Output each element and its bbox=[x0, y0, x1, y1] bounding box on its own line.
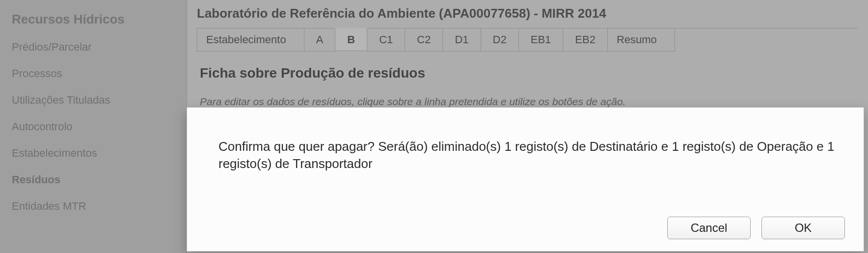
section-heading: Ficha sobre Produção de resíduos bbox=[200, 65, 855, 81]
sidebar-item-label: Estabelecimentos bbox=[12, 147, 97, 159]
sidebar-item-label: Autocontrolo bbox=[12, 120, 73, 133]
sidebar-item-autocontrolo[interactable]: Autocontrolo bbox=[0, 113, 187, 140]
tab-resumo[interactable]: Resumo bbox=[607, 28, 675, 52]
tab-label: Estabelecimento bbox=[206, 33, 286, 46]
sidebar-item-label: Processos bbox=[12, 67, 62, 80]
tab-label: EB2 bbox=[575, 33, 596, 46]
tab-d2[interactable]: D2 bbox=[481, 28, 519, 52]
tab-d1[interactable]: D1 bbox=[442, 28, 481, 52]
tab-b[interactable]: B bbox=[335, 28, 367, 51]
confirm-dialog: Confirma que quer apagar? Será(ão) elimi… bbox=[187, 107, 864, 252]
sidebar-item-recursos-hidricos[interactable]: Recursos Hídricos bbox=[0, 8, 187, 34]
sidebar-item-processos[interactable]: Processos bbox=[0, 60, 187, 87]
ok-button[interactable]: OK bbox=[761, 217, 845, 239]
tab-c2[interactable]: C2 bbox=[405, 28, 443, 52]
dialog-message: Confirma que quer apagar? Será(ão) elimi… bbox=[202, 121, 849, 217]
tab-eb1[interactable]: EB1 bbox=[518, 28, 564, 52]
tab-label: A bbox=[316, 33, 324, 46]
instruction-text: Para editar os dados de resíduos, clique… bbox=[200, 96, 855, 108]
sidebar-item-label: Recursos Hídricos bbox=[12, 12, 125, 27]
sidebar-item-estabelecimentos[interactable]: Estabelecimentos bbox=[0, 140, 187, 167]
tab-label: C2 bbox=[417, 33, 431, 46]
tab-c1[interactable]: C1 bbox=[367, 28, 405, 52]
tab-eb2[interactable]: EB2 bbox=[563, 28, 608, 52]
tab-label: D1 bbox=[455, 33, 468, 46]
page-title: Laboratório de Referência do Ambiente (A… bbox=[187, 0, 868, 28]
cancel-button[interactable]: Cancel bbox=[667, 217, 751, 239]
tab-estabelecimento[interactable]: Estabelecimento bbox=[197, 28, 304, 52]
tab-label: C1 bbox=[379, 33, 393, 46]
dialog-button-row: Cancel OK bbox=[202, 217, 849, 242]
tab-label: D2 bbox=[493, 33, 507, 46]
sidebar-item-label: Utilizações Tituladas bbox=[12, 94, 110, 106]
tab-label: Resumo bbox=[617, 33, 657, 46]
sidebar-item-utilizacoes-tituladas[interactable]: Utilizações Tituladas bbox=[0, 87, 187, 113]
sidebar-item-residuos[interactable]: Resíduos bbox=[0, 167, 187, 193]
tab-bar: Estabelecimento A B C1 C2 D1 D2 EB1 EB2 … bbox=[197, 28, 858, 52]
sidebar: Recursos Hídricos Prédios/Parcelar Proce… bbox=[0, 0, 187, 253]
sidebar-item-entidades-mtr[interactable]: Entidades MTR bbox=[0, 193, 187, 220]
sidebar-item-predios-parcelar[interactable]: Prédios/Parcelar bbox=[0, 34, 187, 60]
tab-a[interactable]: A bbox=[304, 28, 336, 52]
app-root: Recursos Hídricos Prédios/Parcelar Proce… bbox=[0, 0, 868, 253]
sidebar-item-label: Prédios/Parcelar bbox=[12, 41, 92, 53]
sidebar-item-label: Entidades MTR bbox=[12, 200, 86, 212]
tab-label: B bbox=[347, 33, 355, 46]
sidebar-item-label: Resíduos bbox=[12, 173, 60, 186]
tab-label: EB1 bbox=[531, 33, 551, 46]
